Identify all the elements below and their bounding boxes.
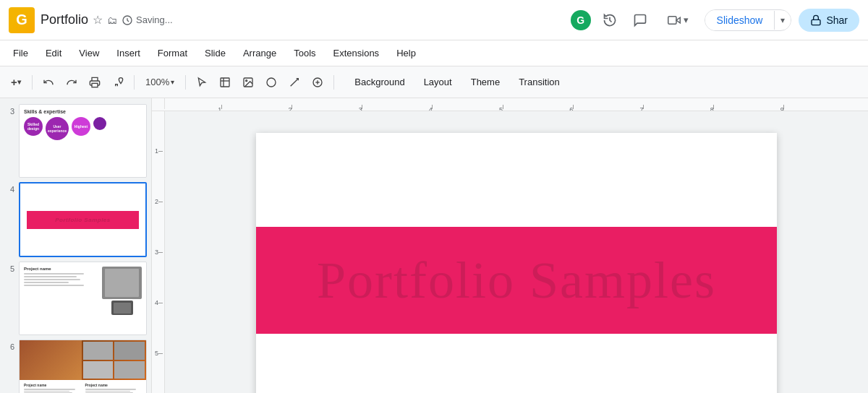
video-dropdown[interactable]: ▾ <box>684 14 689 25</box>
ruler-h-ticks: 1 2 3 4 5 <box>165 98 868 109</box>
ruler-tick-5: 5 <box>503 105 503 109</box>
separator-2 <box>134 75 135 90</box>
main-area: 3 Skills & expertise Skilled design User… <box>0 98 868 393</box>
slide-6-thumbnail[interactable]: Project name Project name <box>19 340 147 393</box>
background-button[interactable]: Background <box>346 74 413 90</box>
slide-action-tabs: Background Layout Theme Transition <box>346 74 569 90</box>
paint-format-button[interactable] <box>108 72 128 92</box>
slide-6-col1-title: Project name <box>24 383 81 387</box>
comments-button[interactable] <box>629 9 652 32</box>
saving-text: Saving... <box>136 14 173 25</box>
select-tool[interactable] <box>192 72 212 92</box>
circle-1: Skilled design <box>24 117 43 136</box>
zoom-control[interactable]: 100% ▾ <box>140 74 179 90</box>
ruler-corner <box>152 98 165 109</box>
slide-5-device-phone <box>111 301 133 315</box>
menu-edit[interactable]: Edit <box>38 45 69 61</box>
svg-point-9 <box>267 78 276 87</box>
slide-banner-text: Portfolio Samples <box>317 251 716 311</box>
menu-extensions[interactable]: Extensions <box>326 45 387 61</box>
menu-format[interactable]: Format <box>150 45 195 61</box>
ruler-tick-2: 2 <box>292 105 292 109</box>
ruler-tick-1: 1 <box>221 105 222 109</box>
menu-help[interactable]: Help <box>389 45 423 61</box>
slide-canvas[interactable]: Portfolio Samples <box>256 133 777 393</box>
app-icon-letter: G <box>16 12 27 28</box>
slide-3-num: 3 <box>4 104 14 116</box>
slide-5-wrapper: 5 Project name <box>4 262 147 335</box>
slide-5-thumbnail[interactable]: Project name <box>19 262 147 335</box>
slide-4-thumbnail[interactable]: Portfolio Samples <box>19 182 147 257</box>
svg-rect-3 <box>92 83 98 87</box>
slide-5-device-tablet <box>102 267 142 299</box>
doc-title: Portfolio <box>41 12 88 27</box>
menu-slide[interactable]: Slide <box>197 45 233 61</box>
ruler-tick-8: 8 <box>713 105 714 109</box>
history-button[interactable] <box>598 9 621 32</box>
redo-button[interactable] <box>61 72 82 92</box>
menu-file[interactable]: File <box>6 45 35 61</box>
grammarly-icon[interactable]: G <box>571 10 591 30</box>
undo-button[interactable] <box>38 72 59 92</box>
app-icon[interactable]: G <box>9 7 35 33</box>
star-icon[interactable]: ☆ <box>93 13 103 27</box>
share-button[interactable]: Shar <box>799 9 859 32</box>
video-call-button[interactable]: ▾ <box>659 9 697 31</box>
top-bar: G Portfolio ☆ 🗂 Saving... G ▾ Slideshow … <box>0 0 868 40</box>
doc-title-area: Portfolio ☆ 🗂 Saving... <box>41 12 173 27</box>
slide-5-title: Project name <box>24 267 99 271</box>
slide-banner: Portfolio Samples <box>256 227 777 334</box>
slide-3-thumbnail[interactable]: Skills & expertise Skilled design User e… <box>19 104 147 178</box>
folder-icon[interactable]: 🗂 <box>107 14 117 26</box>
menu-tools[interactable]: Tools <box>286 45 323 61</box>
canvas-area: 1 2 3 4 5 <box>152 98 868 393</box>
line-tool[interactable] <box>284 72 305 92</box>
ruler-v-tick-3: 3 <box>152 249 164 256</box>
slide-4-wrapper: 4 Portfolio Samples <box>4 182 147 257</box>
slide-6-wrapper: 6 <box>4 340 147 393</box>
canvas-scroll[interactable]: Portfolio Samples <box>165 111 868 393</box>
slide-4-text: Portfolio Samples <box>55 217 111 223</box>
slide-3-title: Skills & expertise <box>24 109 142 114</box>
circle-3: Highest <box>72 117 90 136</box>
ruler-v-tick-4: 4 <box>152 299 164 306</box>
ruler-tick-4: 4 <box>432 105 433 109</box>
svg-marker-0 <box>676 17 680 23</box>
menu-insert[interactable]: Insert <box>109 45 148 61</box>
layout-button[interactable]: Layout <box>415 74 461 90</box>
svg-line-10 <box>291 78 299 86</box>
menu-view[interactable]: View <box>72 45 106 61</box>
ruler-v-tick-2: 2 <box>152 198 164 205</box>
menu-arrange[interactable]: Arrange <box>236 45 284 61</box>
ruler-vertical: 1 2 3 4 5 <box>152 111 165 393</box>
share-label: Shar <box>826 14 848 26</box>
shape-tool[interactable] <box>261 72 281 92</box>
slide-6-col2-title: Project name <box>85 383 142 387</box>
slide-4-num: 4 <box>4 182 14 194</box>
zoom-label: 100% <box>145 77 169 87</box>
frame-tool[interactable] <box>215 72 235 92</box>
add-comment-tool[interactable] <box>307 72 328 92</box>
ruler-tick-7: 7 <box>643 105 644 109</box>
image-tool[interactable] <box>238 72 258 92</box>
transition-button[interactable]: Transition <box>510 74 569 90</box>
slides-panel: 3 Skills & expertise Skilled design User… <box>0 98 152 393</box>
top-bar-right: G ▾ Slideshow ▾ Shar <box>571 9 859 32</box>
menu-bar: File Edit View Insert Format Slide Arran… <box>0 40 868 66</box>
slideshow-button[interactable]: Slideshow ▾ <box>705 9 792 31</box>
save-status: Saving... <box>122 14 173 26</box>
slideshow-dropdown-arrow[interactable]: ▾ <box>774 11 791 30</box>
theme-button[interactable]: Theme <box>462 74 509 90</box>
slide-6-num: 6 <box>4 340 14 351</box>
circle-4 <box>93 117 106 130</box>
slide-4-banner: Portfolio Samples <box>27 211 140 229</box>
new-button[interactable]: +▾ <box>6 72 26 92</box>
toolbar: +▾ 100% ▾ Background Layout Theme Transi… <box>0 66 868 98</box>
slide-3-circles: Skilled design User experience Highest <box>24 117 142 140</box>
ruler-v-tick-1: 1 <box>152 147 164 155</box>
slide-5-num: 5 <box>4 262 14 273</box>
separator-4 <box>333 75 334 90</box>
print-button[interactable] <box>85 72 105 92</box>
svg-rect-2 <box>812 20 820 25</box>
slideshow-main-label[interactable]: Slideshow <box>705 10 775 30</box>
